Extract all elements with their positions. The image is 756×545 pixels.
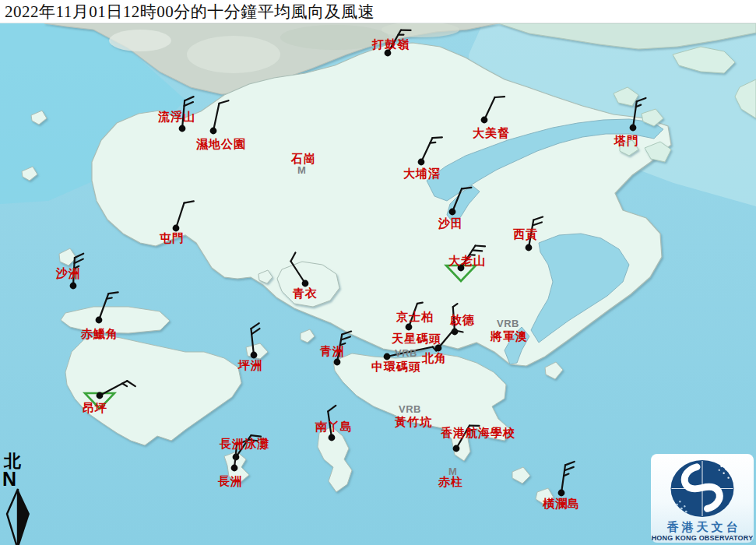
station-dot	[329, 434, 336, 441]
map-title: 2022年11月01日12時00分的十分鐘平均風向及風速	[0, 1, 374, 23]
variable-wind-marker: VRB	[497, 318, 519, 329]
station-label: 香港航海學校	[441, 427, 515, 440]
station-dot	[231, 465, 238, 472]
wind-barb	[251, 323, 262, 355]
station-label: 沙田	[438, 217, 463, 230]
station-dot	[384, 353, 391, 360]
station-label: 坪洲	[238, 359, 263, 372]
station-label: 青衣	[293, 287, 318, 301]
missing-data-marker: M	[297, 165, 306, 176]
station-dot	[70, 283, 77, 290]
compass-label-en: N	[2, 470, 37, 487]
station-label: 濕地公園	[196, 138, 246, 151]
station-dot	[453, 445, 460, 452]
station-label: 沙洲	[56, 267, 81, 280]
station-dot	[210, 128, 217, 135]
title-bar: 2022年11月01日12時00分的十分鐘平均風向及風速	[0, 0, 756, 23]
wind-barb	[288, 252, 312, 283]
station-label: 流浮山	[158, 111, 195, 124]
station-dot	[558, 490, 565, 497]
station-label: 橫瀾島	[543, 498, 580, 511]
variable-wind-marker: VRB	[399, 404, 421, 415]
station-label: 塔門	[614, 135, 639, 148]
station-dot	[96, 317, 103, 324]
station-dot	[406, 324, 413, 331]
variable-wind-marker: VRB	[395, 348, 417, 359]
station-label: 大老山	[448, 255, 486, 268]
station-dot	[97, 392, 104, 399]
station-label: 將軍澳	[491, 330, 528, 343]
station-dot	[334, 359, 341, 366]
hko-name-en: HONG KONG OBSERVATORY	[652, 533, 754, 543]
station-label: 石崗	[291, 153, 316, 166]
station-dot	[526, 244, 533, 251]
station-dot	[418, 159, 425, 166]
station-label: 打鼓嶺	[372, 38, 410, 51]
station-dot	[481, 117, 488, 124]
station-label: 長洲泳灘	[220, 438, 269, 451]
station-label: 昂坪	[83, 402, 107, 415]
wind-map-screenshot: 打鼓嶺流浮山濕地公園石崗M大美督塔門大埔滘沙田西貢大老山屯門沙洲赤鱲角青衣坪洲青…	[0, 0, 756, 545]
wind-barb	[99, 290, 118, 323]
hko-name-zh: 香港天文台	[664, 521, 741, 533]
station-label: 天星碼頭	[392, 332, 441, 346]
station-label: 屯門	[160, 232, 185, 245]
station-label: 青洲	[320, 345, 345, 358]
station-label: 大美督	[473, 127, 510, 140]
station-label: 赤柱	[438, 476, 463, 489]
north-compass: 北 N	[2, 453, 37, 545]
station-label: 大埔滘	[403, 167, 441, 181]
station-label: 北角	[422, 352, 447, 365]
station-dot	[173, 225, 180, 232]
wind-barb	[100, 378, 135, 403]
station-dot	[251, 352, 258, 359]
station-label: 赤鱲角	[81, 328, 118, 341]
wind-barb	[438, 326, 463, 353]
wind-barb	[213, 99, 228, 132]
wind-barb	[561, 460, 575, 494]
wind-barb	[633, 97, 645, 128]
wind-barbs-layer	[0, 0, 756, 545]
station-dot	[179, 125, 186, 132]
station-label: 南丫島	[315, 420, 353, 434]
station-label: 京士柏	[396, 311, 434, 324]
station-dot	[630, 125, 637, 132]
station-label: 長洲	[218, 475, 243, 488]
station-label: 西貢	[513, 228, 538, 241]
station-dot	[449, 209, 456, 216]
station-dot	[302, 280, 309, 287]
wind-barb	[176, 199, 194, 230]
north-arrow-icon	[2, 487, 37, 545]
station-label: 黃竹坑	[395, 416, 432, 429]
hko-logo: 香港天文台 HONG KONG OBSERVATORY	[651, 454, 754, 543]
station-label: 中環碼頭	[371, 360, 421, 374]
station-label: 啟德	[450, 314, 475, 327]
hko-logo-icon	[665, 457, 740, 520]
